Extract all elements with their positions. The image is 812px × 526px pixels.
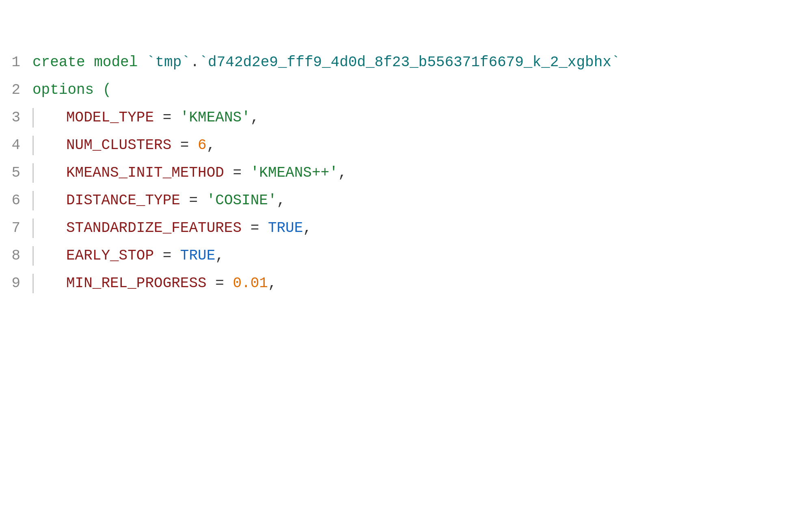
- token: NUM_CLUSTERS: [66, 134, 171, 157]
- token: ,: [207, 134, 216, 157]
- line-content: MODEL_TYPE = 'KMEANS',: [32, 106, 259, 129]
- token: 0.01: [233, 272, 268, 295]
- code-line: 5KMEANS_INIT_METHOD = 'KMEANS++',: [0, 159, 812, 187]
- line-content: NUM_CLUSTERS = 6,: [32, 134, 215, 157]
- token: 6: [198, 134, 207, 157]
- token: options (: [32, 79, 111, 102]
- token: create model: [32, 51, 147, 74]
- line-number: 6: [0, 189, 32, 212]
- line-number: 4: [0, 134, 32, 157]
- indent-bar: [32, 163, 34, 183]
- token: TRUE: [180, 245, 215, 267]
- line-content: options (: [32, 79, 111, 102]
- token: DISTANCE_TYPE: [66, 189, 180, 212]
- token: STANDARDIZE_FEATURES: [66, 217, 242, 240]
- token: 'KMEANS++': [251, 162, 338, 184]
- token: =: [242, 217, 268, 240]
- line-number: 1: [0, 51, 32, 74]
- line-number: 3: [0, 106, 32, 129]
- line-content: EARLY_STOP = TRUE,: [32, 245, 224, 267]
- token: =: [154, 106, 180, 129]
- indent-bar: [32, 191, 34, 210]
- code-editor: 1create model `tmp`.`d742d2e9_fff9_4d0d_…: [0, 0, 812, 526]
- line-content: DISTANCE_TYPE = 'COSINE',: [32, 189, 285, 212]
- token: =: [154, 245, 180, 267]
- token: ,: [215, 245, 224, 267]
- code-line: 9MIN_REL_PROGRESS = 0.01,: [0, 270, 812, 297]
- token: ,: [338, 162, 347, 184]
- line-number: 2: [0, 79, 32, 102]
- token: KMEANS_INIT_METHOD: [66, 162, 224, 184]
- token: ,: [268, 272, 277, 295]
- token: TRUE: [268, 217, 303, 240]
- token: =: [207, 272, 233, 295]
- token: MODEL_TYPE: [66, 106, 154, 129]
- token: 'KMEANS': [180, 106, 251, 129]
- code-line: 4NUM_CLUSTERS = 6,: [0, 132, 812, 159]
- token: MIN_REL_PROGRESS: [66, 272, 207, 295]
- token: .: [190, 51, 199, 74]
- token: ,: [303, 217, 312, 240]
- token: ,: [277, 189, 286, 212]
- indent-bar: [32, 136, 34, 155]
- indent-bar: [32, 219, 34, 238]
- line-content: MIN_REL_PROGRESS = 0.01,: [32, 272, 277, 295]
- line-number: 8: [0, 245, 32, 267]
- token: =: [171, 134, 198, 157]
- line-content: STANDARDIZE_FEATURES = TRUE,: [32, 217, 312, 240]
- indent-bar: [32, 108, 34, 128]
- code-line: 2options (: [0, 76, 812, 104]
- code-block: 1create model `tmp`.`d742d2e9_fff9_4d0d_…: [0, 49, 812, 297]
- code-line: 7STANDARDIZE_FEATURES = TRUE,: [0, 214, 812, 242]
- line-number: 7: [0, 217, 32, 240]
- code-line: 6DISTANCE_TYPE = 'COSINE',: [0, 187, 812, 214]
- indent-bar: [32, 274, 34, 293]
- token: ,: [251, 106, 259, 129]
- line-number: 5: [0, 162, 32, 184]
- line-content: create model `tmp`.`d742d2e9_fff9_4d0d_8…: [32, 51, 620, 74]
- code-line: 3MODEL_TYPE = 'KMEANS',: [0, 104, 812, 132]
- code-line: 1create model `tmp`.`d742d2e9_fff9_4d0d_…: [0, 49, 812, 76]
- token: =: [180, 189, 207, 212]
- indent-bar: [32, 246, 34, 266]
- line-number: 9: [0, 272, 32, 295]
- token: EARLY_STOP: [66, 245, 154, 267]
- code-line: 8EARLY_STOP = TRUE,: [0, 242, 812, 270]
- token: 'COSINE': [207, 189, 277, 212]
- line-content: KMEANS_INIT_METHOD = 'KMEANS++',: [32, 162, 347, 184]
- token: =: [224, 162, 251, 184]
- token: `tmp`: [147, 51, 190, 74]
- token: `d742d2e9_fff9_4d0d_8f23_b556371f6679_k_…: [199, 51, 620, 74]
